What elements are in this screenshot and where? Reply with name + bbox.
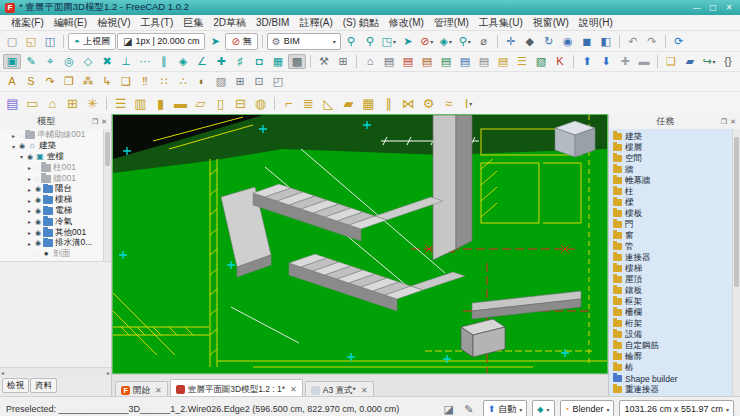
draft-dimension-button[interactable]: ↷: [41, 74, 59, 89]
bim-schedule-button[interactable]: ▤: [380, 54, 398, 69]
bim-beam-button[interactable]: ▬: [171, 94, 190, 112]
maximize-button[interactable]: ▢: [707, 3, 719, 12]
snap-special-button[interactable]: ◈: [174, 54, 192, 69]
bim-page-button[interactable]: ⊞: [231, 74, 249, 89]
draft-text-button[interactable]: A: [3, 74, 21, 89]
menu-item-3[interactable]: 檢視(V): [92, 16, 135, 30]
snap-midpoint-button[interactable]: ⌖: [41, 54, 59, 69]
task-item-panel[interactable]: 鑲板: [613, 285, 740, 296]
bim-axis-button[interactable]: ⁂: [79, 74, 97, 89]
bim-checked-doc-button[interactable]: ▧: [532, 54, 550, 69]
draft-clone-button[interactable]: ❑: [117, 74, 135, 89]
working-plane-status-button[interactable]: ◪: [440, 401, 458, 416]
orbit-view-button[interactable]: ◉: [559, 34, 577, 49]
fly-navigation-button[interactable]: ◆: [521, 34, 539, 49]
bim-page-doc-button[interactable]: ▤: [456, 54, 474, 69]
task-item-building[interactable]: 建築: [613, 131, 740, 142]
bim-material-button[interactable]: ◍: [251, 94, 270, 112]
scroll-right-arrow-icon[interactable]: ▸: [107, 369, 110, 376]
nudge-up-button[interactable]: ⬆: [578, 54, 596, 69]
task-item-fence[interactable]: 柵欄: [613, 307, 740, 318]
view-cube-solid-button[interactable]: ◼: [578, 34, 596, 49]
task-item-wall[interactable]: 牆: [613, 164, 740, 175]
visibility-eye-icon[interactable]: ◌: [35, 175, 39, 182]
snap-extension-button[interactable]: ⋯: [136, 54, 154, 69]
bim-layers-stack-button[interactable]: ☰: [513, 54, 531, 69]
task-item-profile[interactable]: 輪廓: [613, 351, 740, 362]
bim-ibeam-button[interactable]: I▾: [459, 94, 478, 112]
expander-icon[interactable]: ▸: [26, 186, 33, 193]
bim-slab-stack-button[interactable]: ☰: [111, 94, 130, 112]
visibility-eye-icon[interactable]: ◉: [27, 153, 33, 161]
menu-item-10[interactable]: 修改(M): [384, 16, 429, 30]
tree-item-elevator[interactable]: ▸◉電梯: [2, 206, 103, 217]
draft-hatch-button[interactable]: ▨: [212, 74, 230, 89]
tree-item-section[interactable]: ◌●剖面: [2, 249, 103, 260]
tree-item-building[interactable]: ▾◉⌂建築: [2, 141, 103, 152]
menu-item-13[interactable]: 視窗(W): [528, 16, 574, 30]
bim-building-button[interactable]: ⌂: [43, 94, 62, 112]
task-item-pipe[interactable]: 管: [613, 241, 740, 252]
tree-item-stairs[interactable]: ▸◉樓梯: [2, 195, 103, 206]
menu-item-2[interactable]: 編輯(E): [49, 16, 92, 30]
minimize-button[interactable]: —: [691, 3, 703, 12]
pan-button[interactable]: ✛: [502, 34, 520, 49]
draft-point-array-button[interactable]: ‼: [136, 74, 154, 89]
visibility-eye-icon[interactable]: ◉: [35, 185, 41, 193]
draft-shapestring-button[interactable]: S: [22, 74, 40, 89]
tree-item-walls[interactable]: ▸◌牆001: [2, 173, 103, 184]
snap-endpoint-button[interactable]: ✎: [22, 54, 40, 69]
align-to-selection-button[interactable]: ➤: [399, 34, 417, 49]
snap-lock-toggle[interactable]: ▣: [3, 54, 21, 69]
bim-equipment-button[interactable]: ⚙: [419, 94, 438, 112]
tree-item-guides[interactable]: ▸◌準輔助線001: [2, 130, 103, 141]
draw-style-button[interactable]: ⊘▾: [418, 34, 436, 49]
bim-gold-doc-button[interactable]: ▤: [494, 54, 512, 69]
menu-item-1[interactable]: 檔案(F): [6, 16, 49, 30]
snap-center-button[interactable]: ◎: [60, 54, 78, 69]
working-plane-selector-button[interactable]: ⊞: [334, 54, 352, 69]
expander-icon[interactable]: ▸: [26, 207, 33, 214]
snap-parallel-button[interactable]: ∥: [155, 54, 173, 69]
draft-array-button[interactable]: ∷: [155, 74, 173, 89]
bim-column-button[interactable]: ▮: [151, 94, 170, 112]
bim-ifc-explorer-button[interactable]: K: [551, 54, 569, 69]
3d-viewport[interactable]: [112, 114, 608, 374]
expander-icon[interactable]: ▸: [26, 240, 33, 247]
visibility-eye-icon[interactable]: ◉: [35, 239, 41, 247]
expander-icon[interactable]: ▸: [26, 197, 33, 204]
navigation-style-selector[interactable]: ◔ Blender ▾: [560, 400, 615, 416]
fit-all-button[interactable]: ⚲: [342, 34, 360, 49]
redo-button[interactable]: ↷: [643, 34, 661, 49]
standard-views-button[interactable]: ◳▾: [380, 34, 398, 49]
save-file-button[interactable]: ◫: [41, 34, 59, 49]
menu-item-11[interactable]: 管理(M): [429, 16, 474, 30]
bim-box-button[interactable]: ⊞: [63, 94, 82, 112]
task-item-roof[interactable]: 屋頂: [613, 274, 740, 285]
snap-perpendicular-button[interactable]: ⊥: [117, 54, 135, 69]
task-item-pile[interactable]: 樁: [613, 362, 740, 373]
task-item-custom-rebar[interactable]: 自定鋼筋: [613, 340, 740, 351]
bim-flat-slab-button[interactable]: ▱: [191, 94, 210, 112]
expander-icon[interactable]: ▾: [10, 143, 17, 150]
bim-gear-button[interactable]: ✳: [83, 94, 102, 112]
close-panel-icon[interactable]: ✕: [730, 118, 736, 126]
autogroup-none-button[interactable]: ⊘ 無: [225, 33, 257, 50]
bim-frame-button[interactable]: ▦: [359, 94, 378, 112]
elevator-shaft[interactable]: [433, 115, 472, 260]
task-item-level[interactable]: 樓層: [613, 142, 740, 153]
visibility-eye-icon[interactable]: ◌: [19, 132, 23, 139]
menu-item-8[interactable]: 註釋(A): [294, 16, 337, 30]
float-panel-icon[interactable]: ❐: [92, 118, 98, 126]
bim-window-button[interactable]: ⊟: [231, 94, 250, 112]
working-plane-mode-selector[interactable]: ⬆ 自動 ▾: [483, 400, 528, 416]
bim-wall-button[interactable]: ▭: [23, 94, 42, 112]
axonometric-view-button[interactable]: ◈▾: [437, 34, 455, 49]
snap-near-button[interactable]: ∠: [193, 54, 211, 69]
view-tab[interactable]: 檢視: [2, 378, 29, 393]
zoom-tools-button[interactable]: ⚲▾: [456, 34, 474, 49]
new-file-button[interactable]: ▢: [3, 34, 21, 49]
tree-horizontal-scrollbar[interactable]: ◂ ▸: [0, 367, 111, 377]
visibility-eye-icon[interactable]: ◉: [19, 142, 25, 150]
snap-working-plane-button[interactable]: ◘: [250, 54, 268, 69]
